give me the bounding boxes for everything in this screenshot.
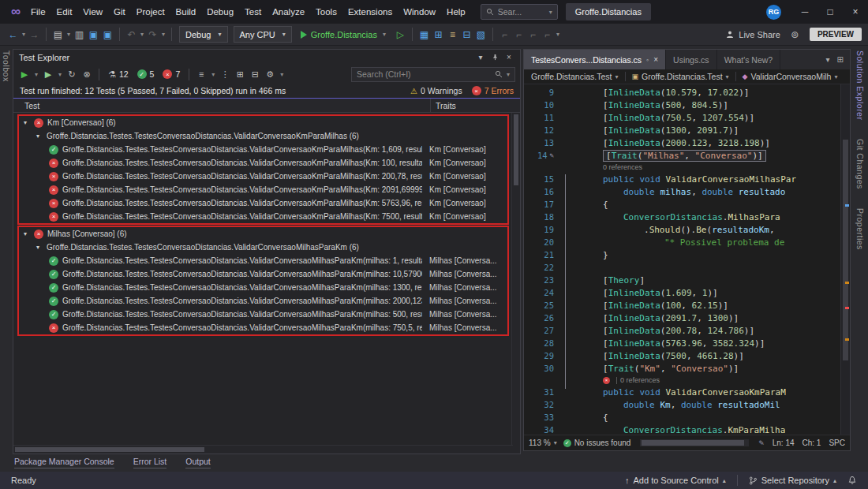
clear-bookmarks-icon[interactable]: ⌐ [541, 26, 554, 43]
code-line[interactable]: 29[InlineData(7500, 4661.28)] [524, 349, 850, 362]
menu-debug[interactable]: Debug [201, 0, 239, 24]
test-row[interactable]: ×Groffe.Distancias.Testes.TestesConversa… [19, 183, 507, 196]
code-line[interactable]: 34ConversorDistancias.KmParaMilha [524, 424, 850, 435]
test-group-row[interactable]: ▾×Km [Conversao] (6) [19, 116, 507, 129]
menu-edit[interactable]: Edit [51, 0, 78, 24]
navigate-back-icon[interactable]: ← [6, 26, 20, 43]
pin-icon[interactable] [488, 54, 502, 61]
float-window-icon[interactable]: ⊞ [837, 55, 844, 64]
scrollbar-thumb[interactable] [843, 140, 848, 360]
codelens-row[interactable]: 0 references [524, 162, 850, 173]
test-row[interactable]: ×Groffe.Distancias.Testes.TestesConversa… [19, 196, 507, 210]
code-line[interactable]: 17{ [524, 198, 850, 211]
menu-build[interactable]: Build [170, 0, 202, 24]
column-header-traits[interactable]: Traits [430, 99, 520, 112]
code-line[interactable]: 18ConversorDistancias.MilhasPara [524, 211, 850, 223]
breadcrumb-item[interactable]: ▣Groffe.Distancias.Test▾ [630, 72, 731, 81]
scrollbar-thumb[interactable] [15, 447, 204, 452]
sidebar-tab-toolbox[interactable]: Toolbox [2, 50, 11, 456]
expander-icon[interactable]: ▾ [36, 133, 44, 140]
bell-icon[interactable] [847, 476, 857, 485]
close-panel-icon[interactable]: × [502, 53, 516, 62]
collapse-region-icon[interactable]: ⊟ [460, 26, 473, 43]
code-line[interactable]: 16double milhas, double resultado [524, 185, 850, 198]
panel-tab-package-manager-console[interactable]: Package Manager Console [14, 457, 114, 466]
feedback-icon[interactable]: ⊚ [788, 26, 802, 43]
run-all-tests-icon[interactable]: ▶ [18, 66, 31, 82]
pin-tab-icon[interactable]: ◦ [646, 56, 649, 64]
expand-all-icon[interactable]: ⊞ [234, 66, 246, 82]
close-button[interactable]: × [843, 0, 868, 24]
menu-extensions[interactable]: Extensions [342, 0, 398, 24]
test-class-row[interactable]: ▾Groffe.Distancias.Testes.TestesConversa… [19, 129, 507, 143]
test-row[interactable]: ×Groffe.Distancias.Testes.TestesConversa… [19, 321, 507, 334]
outline-icon[interactable]: ▧ [474, 26, 488, 43]
code-line[interactable]: 24[InlineData(1.609, 1)] [524, 286, 850, 299]
expander-icon[interactable]: ▾ [24, 119, 32, 126]
collapse-all-icon[interactable]: ⊟ [249, 66, 261, 82]
breadcrumb-item[interactable]: Groffe.Distancias.Test▾ [529, 72, 621, 81]
add-to-source-control-button[interactable]: ↑ Add to Source Control ▴ [625, 476, 726, 485]
test-search-input[interactable]: Search (Ctrl+I)▾ [351, 67, 515, 82]
live-share-button[interactable]: Live Share [725, 30, 780, 39]
maximize-button[interactable]: □ [817, 0, 843, 24]
expander-icon[interactable]: ▾ [36, 244, 44, 251]
code-line[interactable]: 30[Trait("Km", "Conversao")] [524, 362, 850, 375]
test-row[interactable]: ✓Groffe.Distancias.Testes.TestesConversa… [19, 281, 507, 294]
run-failed-tests-icon[interactable]: ⊗ [80, 66, 93, 82]
code-line[interactable]: 13[InlineData(2000.123, 3218.198)] [524, 136, 850, 149]
menu-project[interactable]: Project [131, 0, 170, 24]
select-repository-button[interactable]: Select Repository ▴ [749, 476, 836, 485]
test-row[interactable]: ✓Groffe.Distancias.Testes.TestesConversa… [19, 294, 507, 308]
navigate-forward-icon[interactable]: → [28, 26, 41, 43]
panel-tab-error-list[interactable]: Error List [133, 457, 167, 466]
editor-tab[interactable]: TestesConvers...Distancias.cs◦× [524, 50, 666, 69]
chevron-down-icon[interactable]: ▾ [160, 31, 166, 38]
redo-icon[interactable]: ↷ [146, 26, 159, 43]
menu-file[interactable]: File [25, 0, 51, 24]
panel-tab-output[interactable]: Output [185, 457, 211, 466]
run-tests-icon[interactable]: ▶ [42, 66, 54, 82]
code-line[interactable]: 12[InlineData(1300, 2091.7)] [524, 124, 850, 136]
account-avatar[interactable]: RG [766, 5, 781, 20]
scrollbar-thumb[interactable] [642, 440, 744, 446]
chevron-down-icon[interactable]: ▾ [65, 31, 72, 38]
test-group-row[interactable]: ▾×Milhas [Conversao] (6) [19, 227, 507, 241]
line-indicator[interactable]: Ln: 14 [773, 439, 795, 447]
menu-window[interactable]: Window [398, 0, 441, 24]
more-options-icon[interactable]: ⋮ [219, 66, 231, 82]
code-line[interactable]: 31public void ValidarConversaoKmParaM [524, 386, 850, 398]
code-line[interactable]: 32double Km, double resultadoMil [524, 398, 850, 411]
code-area[interactable]: 9[InlineData(10.579, 17.022)]10[InlineDa… [524, 84, 850, 435]
sidebar-tab-git-changes[interactable]: Git Changes [855, 139, 865, 189]
new-project-icon[interactable]: ▤ [51, 26, 65, 43]
code-line[interactable]: 14✎[Trait("Milhas", "Conversao")] [524, 149, 850, 162]
code-line[interactable]: 15public void ValidarConversaoMilhasPar [524, 173, 850, 185]
start-debugging-button[interactable]: Groffe.Distancias▾ [295, 30, 393, 39]
warnings-indicator[interactable]: ⚠ 0 Warnings [410, 86, 462, 95]
editor-tab[interactable]: Usings.cs [666, 50, 717, 69]
solution-configurations-select[interactable]: Debug▾ [179, 26, 227, 43]
test-row[interactable]: ×Groffe.Distancias.Testes.TestesConversa… [19, 156, 507, 170]
code-line[interactable]: 10[InlineData(500, 804.5)] [524, 99, 850, 111]
chevron-down-icon[interactable]: ▾ [555, 31, 561, 38]
chevron-down-icon[interactable]: ▾ [57, 71, 63, 78]
code-line[interactable]: 19.Should().Be(resultadoKm, [524, 223, 850, 236]
code-line[interactable]: 27[InlineData(200.78, 124.786)] [524, 324, 850, 337]
menu-analyze[interactable]: Analyze [267, 0, 310, 24]
save-icon[interactable]: ▣ [87, 26, 100, 43]
issues-indicator[interactable]: ✓ No issues found [563, 439, 631, 447]
code-line[interactable]: 11[InlineData(750.5, 1207.554)] [524, 111, 850, 124]
code-line[interactable]: 28[InlineData(5763.96, 3582.324)] [524, 337, 850, 349]
next-bookmark-icon[interactable]: ⌐ [526, 26, 540, 43]
test-row[interactable]: ✓Groffe.Distancias.Testes.TestesConversa… [19, 254, 507, 267]
menu-view[interactable]: View [77, 0, 108, 24]
chevron-down-icon[interactable]: ▾ [139, 31, 145, 38]
code-line[interactable]: 23[Theory] [524, 274, 850, 286]
code-line[interactable]: 20"* Possivel problema de [524, 236, 850, 248]
test-settings-icon[interactable]: ⚙ [264, 66, 276, 82]
test-tree-horizontal-scrollbar[interactable] [13, 445, 513, 454]
sidebar-tab-solution-explorer[interactable]: Solution Explorer [855, 50, 865, 120]
editor-vertical-scrollbar[interactable] [840, 84, 850, 435]
menu-test[interactable]: Test [239, 0, 267, 24]
